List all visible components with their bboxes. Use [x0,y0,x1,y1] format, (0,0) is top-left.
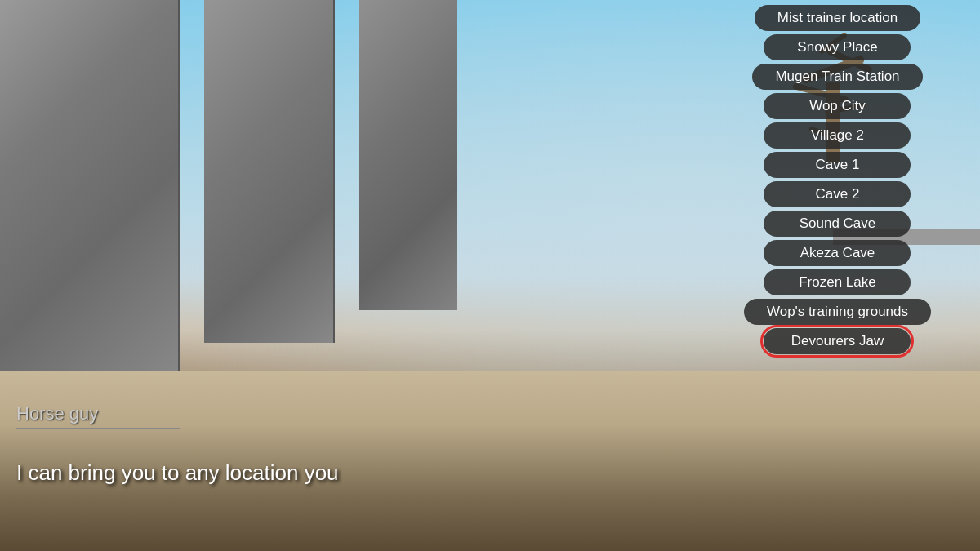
location-btn-mugen-train-station[interactable]: Mugen Train Station [752,64,922,90]
location-btn-devourers-jaw[interactable]: Devourers Jaw [764,328,911,354]
npc-name: Horse guy [16,403,180,429]
location-btn-akeza-cave[interactable]: Akeza Cave [764,240,911,266]
pillar-center-left [204,0,335,343]
location-btn-mist-trainer-location[interactable]: Mist trainer location [755,5,920,31]
npc-dialogue: I can bring you to any location you [16,460,339,486]
location-btn-snowy-place[interactable]: Snowy Place [764,34,911,60]
location-btn-cave-1[interactable]: Cave 1 [764,152,911,178]
pillar-center [359,0,457,310]
location-btn-sound-cave[interactable]: Sound Cave [764,211,911,237]
pillar-left [0,0,180,392]
location-btn-frozen-lake[interactable]: Frozen Lake [764,269,911,295]
location-menu: Mist trainer locationSnowy PlaceMugen Tr… [744,0,931,354]
location-btn-village-2[interactable]: Village 2 [764,122,911,149]
location-btn-cave-2[interactable]: Cave 2 [764,181,911,207]
location-btn-wop-city[interactable]: Wop City [764,93,911,119]
location-btn-wops-training-grounds[interactable]: Wop's training grounds [744,299,931,325]
